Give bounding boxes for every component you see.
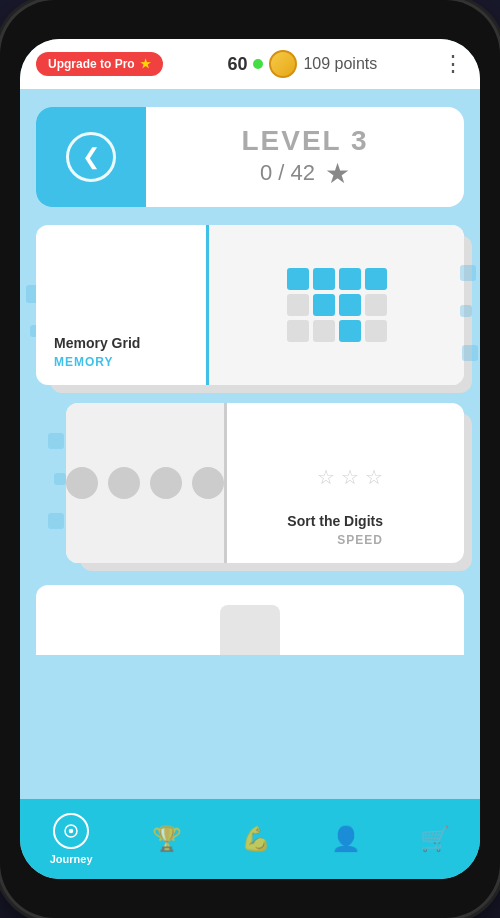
training-icon: 💪 — [241, 825, 271, 853]
memory-grid-visual — [206, 225, 464, 385]
nav-item-journey[interactable]: Journey — [50, 813, 93, 865]
stars-row: ☆ ☆ ☆ — [317, 465, 383, 489]
mg-cell — [287, 320, 309, 342]
sort-digits-card[interactable]: ☆ ☆ ☆ Sort the Digits SPEED — [66, 403, 464, 563]
sort-digits-visual — [66, 403, 227, 563]
journey-svg — [62, 822, 80, 840]
phone-screen: Upgrade to Pro ★ 60 109 points ⋮ ❮ — [20, 39, 480, 879]
game-category-speed: SPEED — [337, 533, 383, 547]
nav-item-trophy[interactable]: 🏆 — [152, 825, 182, 853]
coin-count: 60 — [227, 54, 247, 75]
status-bar: Upgrade to Pro ★ 60 109 points ⋮ — [20, 39, 480, 89]
level-progress: 0 / 42 ★ — [260, 157, 350, 190]
back-button[interactable]: ❮ — [66, 132, 116, 182]
level-title: LEVEL 3 — [241, 125, 368, 157]
svg-point-1 — [69, 829, 74, 834]
progress-text: 0 / 42 — [260, 160, 315, 186]
mg-cell — [339, 320, 361, 342]
deco-sq-3 — [460, 265, 476, 281]
game-info-speed: ☆ ☆ ☆ Sort the Digits SPEED — [227, 403, 397, 563]
star-1: ☆ — [317, 465, 335, 489]
game-name-memory: Memory Grid — [54, 335, 188, 351]
memory-grid-card[interactable]: Memory Grid MEMORY — [36, 225, 464, 385]
deco-sq-8 — [48, 513, 64, 529]
green-dot-icon — [253, 59, 263, 69]
mg-cell — [365, 294, 387, 316]
menu-icon[interactable]: ⋮ — [442, 51, 464, 77]
level-card-right: LEVEL 3 0 / 42 ★ — [146, 109, 464, 206]
upgrade-label: Upgrade to Pro — [48, 57, 135, 71]
star-3: ☆ — [365, 465, 383, 489]
mg-cell — [313, 294, 335, 316]
sort-circle-3 — [150, 467, 182, 499]
mg-cell — [313, 268, 335, 290]
deco-sq-4 — [460, 305, 472, 317]
main-content: ❮ LEVEL 3 0 / 42 ★ — [20, 89, 480, 799]
game-info-memory: Memory Grid MEMORY — [36, 225, 206, 385]
mg-cell — [365, 320, 387, 342]
memory-grid-card-wrapper: Memory Grid MEMORY — [36, 225, 464, 385]
nav-item-shop[interactable]: 🛒 — [420, 825, 450, 853]
sort-circle-4 — [192, 467, 224, 499]
sort-circles — [66, 467, 224, 499]
level-card: ❮ LEVEL 3 0 / 42 ★ — [36, 107, 464, 207]
phone-shell: Upgrade to Pro ★ 60 109 points ⋮ ❮ — [0, 0, 500, 918]
deco-sq-6 — [48, 433, 64, 449]
upgrade-button[interactable]: Upgrade to Pro ★ — [36, 52, 163, 76]
nav-label-journey: Journey — [50, 853, 93, 865]
coin-icon — [269, 50, 297, 78]
points-label: 109 points — [303, 55, 377, 73]
nav-item-profile[interactable]: 👤 — [331, 825, 361, 853]
mg-cell — [313, 320, 335, 342]
memory-grid-pattern — [287, 268, 387, 342]
nav-item-training[interactable]: 💪 — [241, 825, 271, 853]
upgrade-star-icon: ★ — [140, 57, 151, 71]
game-name-speed: Sort the Digits — [287, 513, 383, 529]
journey-icon — [53, 813, 89, 849]
bottom-nav: Journey 🏆 💪 👤 🛒 — [20, 799, 480, 879]
mg-cell — [287, 268, 309, 290]
mg-cell — [339, 294, 361, 316]
deco-sq-7 — [54, 473, 66, 485]
level-star-icon: ★ — [325, 157, 350, 190]
shop-icon: 🛒 — [420, 825, 450, 853]
level-card-left: ❮ — [36, 107, 146, 207]
profile-icon: 👤 — [331, 825, 361, 853]
partial-card — [36, 585, 464, 655]
trophy-icon: 🏆 — [152, 825, 182, 853]
mg-cell — [365, 268, 387, 290]
mg-cell — [339, 268, 361, 290]
sort-circle-2 — [108, 467, 140, 499]
back-icon: ❮ — [82, 144, 100, 170]
partial-card-visual — [220, 605, 280, 655]
game-category-memory: MEMORY — [54, 355, 188, 369]
points-area: 60 109 points — [227, 50, 377, 78]
sort-digits-card-wrapper: ☆ ☆ ☆ Sort the Digits SPEED — [66, 403, 464, 563]
mg-cell — [287, 294, 309, 316]
deco-sq-5 — [462, 345, 478, 361]
sort-circle-1 — [66, 467, 98, 499]
star-2: ☆ — [341, 465, 359, 489]
